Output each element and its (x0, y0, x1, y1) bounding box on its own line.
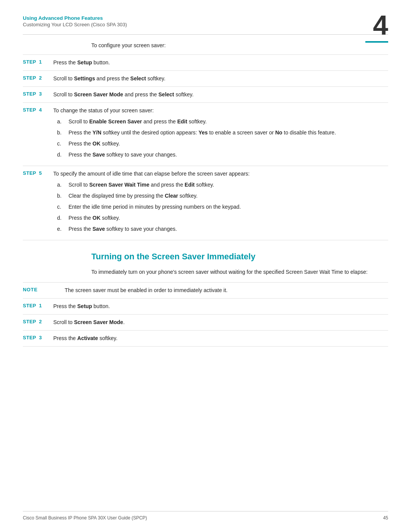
step5c-content: Enter the idle time period in minutes by… (68, 203, 388, 211)
step4c-label: c. (57, 140, 68, 148)
step-row-5: STEP 5 To specify the amount of idle tim… (23, 166, 388, 240)
step4a: a. Scroll to Enable Screen Saver and pre… (57, 118, 388, 126)
step-content-5: To specify the amount of idle time that … (53, 170, 388, 236)
note-label: NOTE (23, 286, 65, 292)
step5c: c. Enter the idle time period in minutes… (57, 203, 388, 211)
step4b-label: b. (57, 129, 68, 137)
step-row-4: STEP 4 To change the status of your scre… (23, 103, 388, 166)
step-label-1: STEP 1 (23, 59, 53, 65)
step4d-label: d. (57, 151, 68, 159)
step5b-label: b. (57, 192, 68, 200)
step4b: b. Press the Y/N softkey until the desir… (57, 129, 388, 137)
step5b-content: Clear the displayed time by pressing the… (68, 192, 388, 200)
intro-text: To configure your screen saver: (91, 42, 388, 48)
step-label-2: STEP 2 (23, 75, 53, 81)
step-content-1: Press the Setup button. (53, 59, 388, 67)
footer-left: Cisco Small Business IP Phone SPA 30X Us… (23, 515, 147, 521)
footer-right: 45 (383, 515, 388, 521)
step-label-4: STEP 4 (23, 107, 53, 113)
step5-substeps: a. Scroll to Screen Saver Wait Time and … (53, 181, 388, 233)
s2-step-content-3: Press the Activate softkey. (53, 334, 388, 342)
step5c-label: c. (57, 203, 68, 211)
step5d-content: Press the OK softkey. (68, 214, 388, 222)
s2-step-row-3: STEP 3 Press the Activate softkey. (23, 331, 388, 347)
step5b: b. Clear the displayed time by pressing … (57, 192, 388, 200)
step-content-2: Scroll to Settings and press the Select … (53, 75, 388, 83)
header-divider (23, 34, 388, 35)
page: Using Advanced Phone Features Customizin… (0, 0, 411, 532)
chapter-number-bar (365, 41, 388, 43)
step4-text: To change the status of your screen save… (53, 107, 154, 113)
step5e-label: e. (57, 225, 68, 233)
chapter-subtitle: Customizing Your LCD Screen (Cisco SPA 3… (23, 22, 388, 27)
step4a-label: a. (57, 118, 68, 126)
step5a: a. Scroll to Screen Saver Wait Time and … (57, 181, 388, 189)
note-content: The screen saver must be enabled in orde… (65, 286, 388, 294)
step4b-content: Press the Y/N softkey until the desired … (68, 129, 388, 137)
s2-step-label-2: STEP 2 (23, 318, 53, 324)
step-label-5: STEP 5 (23, 170, 53, 176)
step-row-1: STEP 1 Press the Setup button. (23, 55, 388, 71)
note-row: NOTE The screen saver must be enabled in… (23, 282, 388, 299)
section2-intro: To immediately turn on your phone's scre… (91, 268, 388, 276)
step5a-label: a. (57, 181, 68, 189)
step5-text: To specify the amount of idle time that … (53, 171, 250, 177)
content-area: To configure your screen saver: STEP 1 P… (0, 42, 411, 347)
step-content-4: To change the status of your screen save… (53, 107, 388, 162)
page-header: Using Advanced Phone Features Customizin… (0, 0, 411, 27)
step5e: e. Press the Save softkey to save your c… (57, 225, 388, 233)
step-label-3: STEP 3 (23, 91, 53, 97)
chapter-number: 4 (373, 11, 388, 39)
s2-step-label-1: STEP 1 (23, 302, 53, 308)
step5d-label: d. (57, 214, 68, 222)
step-content-3: Scroll to Screen Saver Mode and press th… (53, 91, 388, 99)
s2-step-row-2: STEP 2 Scroll to Screen Saver Mode. (23, 315, 388, 331)
step4-substeps: a. Scroll to Enable Screen Saver and pre… (53, 118, 388, 159)
step4c: c. Press the OK softkey. (57, 140, 388, 148)
step-row-2: STEP 2 Scroll to Settings and press the … (23, 71, 388, 87)
s2-step-label-3: STEP 3 (23, 334, 53, 340)
step4a-content: Scroll to Enable Screen Saver and press … (68, 118, 388, 126)
step5d: d. Press the OK softkey. (57, 214, 388, 222)
s2-step-content-1: Press the Setup button. (53, 302, 388, 310)
s2-step-row-1: STEP 1 Press the Setup button. (23, 299, 388, 315)
step4c-content: Press the OK softkey. (68, 140, 388, 148)
step5e-content: Press the Save softkey to save your chan… (68, 225, 388, 233)
step-row-3: STEP 3 Scroll to Screen Saver Mode and p… (23, 87, 388, 103)
section2-heading: Turning on the Screen Saver Immediately (91, 252, 388, 262)
chapter-title: Using Advanced Phone Features (23, 15, 388, 21)
s2-step-content-2: Scroll to Screen Saver Mode. (53, 318, 388, 326)
step4d: d. Press the Save softkey to save your c… (57, 151, 388, 159)
step5a-content: Scroll to Screen Saver Wait Time and pre… (68, 181, 388, 189)
page-footer: Cisco Small Business IP Phone SPA 30X Us… (23, 511, 388, 521)
step4d-content: Press the Save softkey to save your chan… (68, 151, 388, 159)
